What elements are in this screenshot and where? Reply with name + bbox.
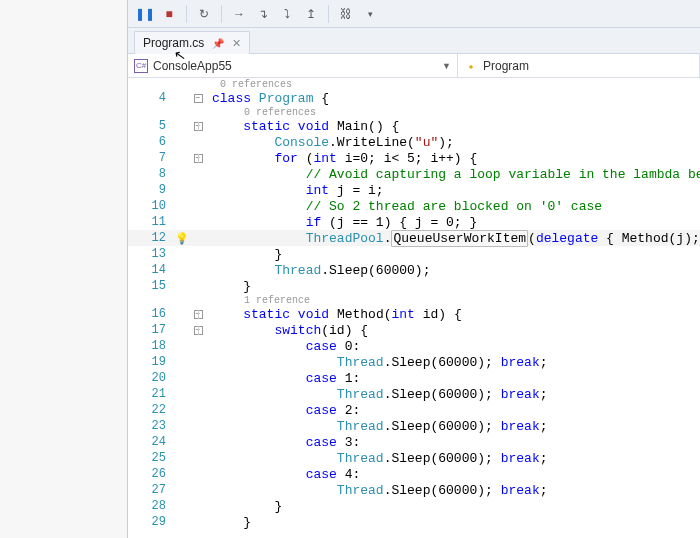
restart-button[interactable]: ↻ bbox=[195, 5, 213, 23]
class-icon: ⬥ bbox=[464, 59, 478, 73]
code-line[interactable]: 10 // So 2 thread are blocked on '0' cas… bbox=[128, 198, 700, 214]
line-number: 4 bbox=[128, 91, 176, 105]
show-next-statement-button[interactable]: → bbox=[230, 5, 248, 23]
toolbar-separator bbox=[221, 5, 222, 23]
nav-class-label: Program bbox=[483, 59, 529, 73]
code-line[interactable]: 29 } bbox=[128, 514, 700, 530]
code-line[interactable]: 5 − static void Main() { bbox=[128, 118, 700, 134]
code-line[interactable]: 13 } bbox=[128, 246, 700, 262]
tab-program-cs[interactable]: Program.cs 📌 ✕ bbox=[134, 31, 250, 54]
code-line[interactable]: 14 Thread.Sleep(60000); bbox=[128, 262, 700, 278]
toolbar-separator bbox=[328, 5, 329, 23]
code-line[interactable]: 8 // Avoid capturing a loop variable in … bbox=[128, 166, 700, 182]
code-line[interactable]: 4 − class Program { bbox=[128, 90, 700, 106]
code-line[interactable]: 24 case 3: bbox=[128, 434, 700, 450]
step-out-button[interactable]: ↥ bbox=[302, 5, 320, 23]
code-line[interactable]: 25 Thread.Sleep(60000); break; bbox=[128, 450, 700, 466]
step-over-button[interactable]: ⤵ bbox=[278, 5, 296, 23]
tab-label: Program.cs bbox=[143, 36, 204, 50]
codelens-references[interactable]: 1 reference bbox=[200, 295, 310, 306]
stop-button[interactable]: ■ bbox=[160, 5, 178, 23]
code-line[interactable]: 18 case 0: bbox=[128, 338, 700, 354]
code-line[interactable]: 19 Thread.Sleep(60000); break; bbox=[128, 354, 700, 370]
outline-collapse-icon[interactable]: − bbox=[194, 94, 203, 103]
code-line-current[interactable]: 12 💡 ThreadPool.QueueUserWorkItem(delega… bbox=[128, 230, 700, 246]
lightbulb-icon[interactable]: 💡 bbox=[175, 232, 189, 245]
code-editor[interactable]: 0 references 4 − class Program { 0 refer… bbox=[128, 78, 700, 538]
code-line[interactable]: 9 int j = i; bbox=[128, 182, 700, 198]
code-line[interactable]: 27 Thread.Sleep(60000); break; bbox=[128, 482, 700, 498]
codelens-references[interactable]: 0 references bbox=[200, 107, 316, 118]
code-line[interactable]: 6 Console.WriteLine("u"); bbox=[128, 134, 700, 150]
pin-icon[interactable]: 📌 bbox=[212, 38, 224, 49]
code-line[interactable]: 22 case 2: bbox=[128, 402, 700, 418]
code-line[interactable]: 16 − static void Method(int id) { bbox=[128, 306, 700, 322]
pause-button[interactable]: ❚❚ bbox=[136, 5, 154, 23]
step-into-button[interactable]: ↴ bbox=[254, 5, 272, 23]
chevron-down-icon: ▼ bbox=[442, 61, 451, 71]
toolbar-separator bbox=[186, 5, 187, 23]
code-line[interactable]: 7 − for (int i=0; i< 5; i++) { bbox=[128, 150, 700, 166]
nav-project-label: ConsoleApp55 bbox=[153, 59, 232, 73]
code-line[interactable]: 15 } bbox=[128, 278, 700, 294]
code-line[interactable]: 20 case 1: bbox=[128, 370, 700, 386]
editor-tab-bar: Program.cs 📌 ✕ ↖ bbox=[128, 28, 700, 54]
code-line[interactable]: 23 Thread.Sleep(60000); break; bbox=[128, 418, 700, 434]
codelens-references[interactable]: 0 references bbox=[200, 79, 292, 90]
csharp-icon: C# bbox=[134, 59, 148, 73]
threads-icon[interactable]: ⛓ bbox=[337, 5, 355, 23]
code-line[interactable]: 28 } bbox=[128, 498, 700, 514]
code-line[interactable]: 21 Thread.Sleep(60000); break; bbox=[128, 386, 700, 402]
debug-toolbar: ❚❚ ■ ↻ → ↴ ⤵ ↥ ⛓ ▾ bbox=[128, 0, 700, 28]
nav-class-dropdown[interactable]: ⬥ Program bbox=[458, 54, 700, 77]
left-margin-panel bbox=[0, 0, 128, 538]
navigation-bar: C# ConsoleApp55 ▼ ⬥ Program bbox=[128, 54, 700, 78]
toolbar-dropdown-icon[interactable]: ▾ bbox=[361, 5, 379, 23]
code-line[interactable]: 26 case 4: bbox=[128, 466, 700, 482]
close-icon[interactable]: ✕ bbox=[232, 37, 241, 50]
nav-project-dropdown[interactable]: C# ConsoleApp55 ▼ bbox=[128, 54, 458, 77]
code-line[interactable]: 11 if (j == 1) { j = 0; } bbox=[128, 214, 700, 230]
code-line[interactable]: 17 − switch(id) { bbox=[128, 322, 700, 338]
